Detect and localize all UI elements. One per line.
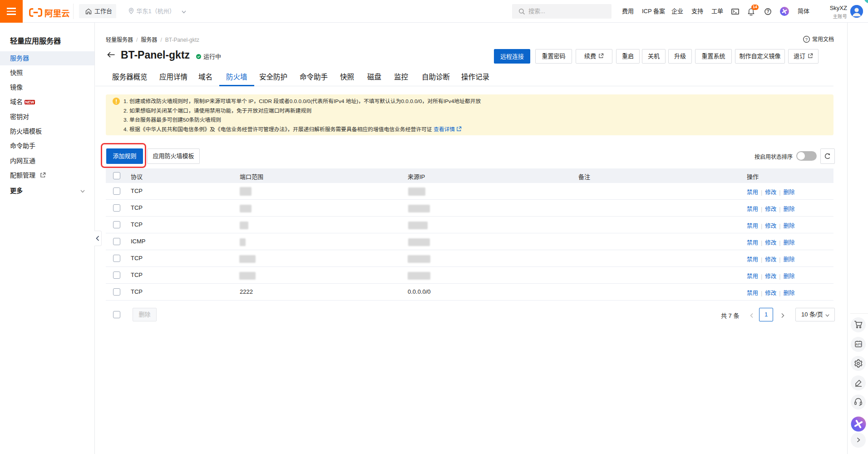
svg-text:?: ? (766, 9, 769, 14)
svg-text:API: API (855, 342, 861, 346)
svg-text:?: ? (805, 37, 808, 42)
